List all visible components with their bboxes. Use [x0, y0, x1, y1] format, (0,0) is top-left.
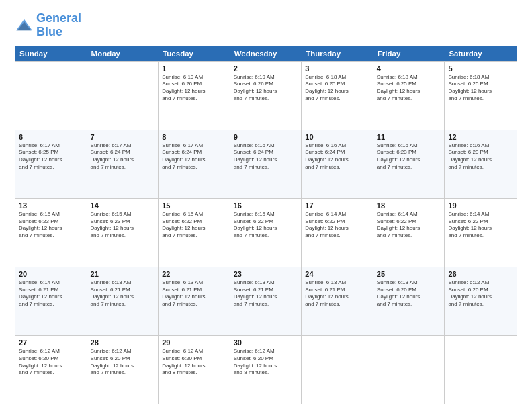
- header-day-friday: Friday: [373, 46, 445, 61]
- day-info: Sunrise: 6:18 AM Sunset: 6:25 PM Dayligh…: [305, 74, 369, 103]
- day-info: Sunrise: 6:19 AM Sunset: 6:26 PM Dayligh…: [234, 74, 298, 103]
- day-info: Sunrise: 6:17 AM Sunset: 6:24 PM Dayligh…: [91, 142, 155, 171]
- calendar-cell: 28Sunrise: 6:12 AM Sunset: 6:20 PM Dayli…: [87, 336, 159, 404]
- calendar-cell: 30Sunrise: 6:12 AM Sunset: 6:20 PM Dayli…: [230, 336, 302, 404]
- calendar-cell: 6Sunrise: 6:17 AM Sunset: 6:25 PM Daylig…: [15, 130, 87, 198]
- calendar-week-2: 13Sunrise: 6:15 AM Sunset: 6:23 PM Dayli…: [15, 198, 517, 267]
- day-info: Sunrise: 6:16 AM Sunset: 6:24 PM Dayligh…: [234, 142, 298, 171]
- day-number: 3: [305, 64, 369, 73]
- calendar-cell: 3Sunrise: 6:18 AM Sunset: 6:25 PM Daylig…: [302, 62, 373, 130]
- day-number: 15: [162, 201, 226, 210]
- header-day-wednesday: Wednesday: [230, 46, 302, 61]
- calendar-week-1: 6Sunrise: 6:17 AM Sunset: 6:25 PM Daylig…: [15, 130, 517, 198]
- day-number: 1: [162, 64, 226, 73]
- day-number: 20: [19, 270, 83, 278]
- day-number: 26: [448, 270, 513, 278]
- header-day-thursday: Thursday: [302, 46, 373, 61]
- calendar-cell: 12Sunrise: 6:16 AM Sunset: 6:23 PM Dayli…: [445, 130, 517, 198]
- day-info: Sunrise: 6:12 AM Sunset: 6:20 PM Dayligh…: [162, 348, 226, 377]
- calendar-cell: 2Sunrise: 6:19 AM Sunset: 6:26 PM Daylig…: [230, 62, 302, 130]
- day-info: Sunrise: 6:16 AM Sunset: 6:24 PM Dayligh…: [305, 142, 369, 171]
- calendar-cell: 23Sunrise: 6:13 AM Sunset: 6:21 PM Dayli…: [230, 267, 302, 335]
- day-number: 10: [305, 133, 369, 141]
- calendar-cell: 19Sunrise: 6:14 AM Sunset: 6:22 PM Dayli…: [445, 199, 517, 267]
- day-number: 19: [448, 201, 513, 210]
- day-info: Sunrise: 6:18 AM Sunset: 6:25 PM Dayligh…: [448, 74, 513, 103]
- day-info: Sunrise: 6:13 AM Sunset: 6:21 PM Dayligh…: [162, 279, 226, 308]
- day-number: 29: [162, 338, 226, 347]
- header-day-saturday: Saturday: [445, 46, 517, 61]
- calendar-cell: 21Sunrise: 6:13 AM Sunset: 6:21 PM Dayli…: [87, 267, 159, 335]
- day-number: 5: [448, 64, 513, 73]
- calendar-cell: 22Sunrise: 6:13 AM Sunset: 6:21 PM Dayli…: [159, 267, 230, 335]
- day-number: 22: [162, 270, 226, 278]
- day-info: Sunrise: 6:12 AM Sunset: 6:20 PM Dayligh…: [19, 348, 83, 377]
- day-number: 6: [19, 133, 83, 141]
- day-info: Sunrise: 6:13 AM Sunset: 6:20 PM Dayligh…: [377, 279, 441, 308]
- day-info: Sunrise: 6:14 AM Sunset: 6:21 PM Dayligh…: [19, 279, 83, 308]
- calendar-cell: 26Sunrise: 6:12 AM Sunset: 6:20 PM Dayli…: [445, 267, 517, 335]
- day-info: Sunrise: 6:15 AM Sunset: 6:23 PM Dayligh…: [91, 211, 155, 240]
- day-info: Sunrise: 6:15 AM Sunset: 6:23 PM Dayligh…: [19, 211, 83, 240]
- calendar-week-4: 27Sunrise: 6:12 AM Sunset: 6:20 PM Dayli…: [15, 335, 517, 404]
- calendar-cell: 4Sunrise: 6:18 AM Sunset: 6:25 PM Daylig…: [373, 62, 445, 130]
- calendar-cell: [373, 336, 445, 404]
- calendar-cell: 5Sunrise: 6:18 AM Sunset: 6:25 PM Daylig…: [445, 62, 517, 130]
- calendar-cell: 9Sunrise: 6:16 AM Sunset: 6:24 PM Daylig…: [230, 130, 302, 198]
- day-info: Sunrise: 6:15 AM Sunset: 6:22 PM Dayligh…: [162, 211, 226, 240]
- calendar-cell: 27Sunrise: 6:12 AM Sunset: 6:20 PM Dayli…: [15, 336, 87, 404]
- day-number: 12: [448, 133, 513, 141]
- calendar-cell: [87, 62, 159, 130]
- day-number: 23: [234, 270, 298, 278]
- calendar-cell: [15, 62, 87, 130]
- day-number: 13: [19, 201, 83, 210]
- day-info: Sunrise: 6:15 AM Sunset: 6:22 PM Dayligh…: [234, 211, 298, 240]
- calendar-cell: 13Sunrise: 6:15 AM Sunset: 6:23 PM Dayli…: [15, 199, 87, 267]
- calendar-cell: [445, 336, 517, 404]
- day-info: Sunrise: 6:12 AM Sunset: 6:20 PM Dayligh…: [91, 348, 155, 377]
- calendar-body: 1Sunrise: 6:19 AM Sunset: 6:26 PM Daylig…: [15, 61, 517, 404]
- day-info: Sunrise: 6:14 AM Sunset: 6:22 PM Dayligh…: [448, 211, 513, 240]
- calendar-cell: [302, 336, 373, 404]
- calendar-header: SundayMondayTuesdayWednesdayThursdayFrid…: [15, 46, 517, 61]
- day-number: 9: [234, 133, 298, 141]
- calendar-cell: 11Sunrise: 6:16 AM Sunset: 6:23 PM Dayli…: [373, 130, 445, 198]
- day-number: 8: [162, 133, 226, 141]
- day-info: Sunrise: 6:18 AM Sunset: 6:25 PM Dayligh…: [377, 74, 441, 103]
- calendar-cell: 14Sunrise: 6:15 AM Sunset: 6:23 PM Dayli…: [87, 199, 159, 267]
- day-number: 27: [19, 338, 83, 347]
- calendar-cell: 17Sunrise: 6:14 AM Sunset: 6:22 PM Dayli…: [302, 199, 373, 267]
- day-info: Sunrise: 6:14 AM Sunset: 6:22 PM Dayligh…: [377, 211, 441, 240]
- day-number: 30: [234, 338, 298, 347]
- day-number: 17: [305, 201, 369, 210]
- day-info: Sunrise: 6:17 AM Sunset: 6:24 PM Dayligh…: [162, 142, 226, 171]
- day-info: Sunrise: 6:17 AM Sunset: 6:25 PM Dayligh…: [19, 142, 83, 171]
- calendar-cell: 15Sunrise: 6:15 AM Sunset: 6:22 PM Dayli…: [159, 199, 230, 267]
- page: General Blue SundayMondayTuesdayWednesda…: [0, 0, 532, 411]
- calendar-cell: 25Sunrise: 6:13 AM Sunset: 6:20 PM Dayli…: [373, 267, 445, 335]
- calendar-cell: 24Sunrise: 6:13 AM Sunset: 6:21 PM Dayli…: [302, 267, 373, 335]
- day-number: 25: [377, 270, 441, 278]
- calendar: SundayMondayTuesdayWednesdayThursdayFrid…: [15, 46, 517, 404]
- day-info: Sunrise: 6:16 AM Sunset: 6:23 PM Dayligh…: [448, 142, 513, 171]
- day-info: Sunrise: 6:12 AM Sunset: 6:20 PM Dayligh…: [234, 348, 298, 377]
- day-info: Sunrise: 6:13 AM Sunset: 6:21 PM Dayligh…: [305, 279, 369, 308]
- header-day-tuesday: Tuesday: [159, 46, 230, 61]
- day-number: 7: [91, 133, 155, 141]
- day-number: 14: [91, 201, 155, 210]
- day-info: Sunrise: 6:12 AM Sunset: 6:20 PM Dayligh…: [448, 279, 513, 308]
- day-number: 28: [91, 338, 155, 347]
- calendar-cell: 20Sunrise: 6:14 AM Sunset: 6:21 PM Dayli…: [15, 267, 87, 335]
- header-day-monday: Monday: [87, 46, 159, 61]
- day-number: 16: [234, 201, 298, 210]
- day-info: Sunrise: 6:14 AM Sunset: 6:22 PM Dayligh…: [305, 211, 369, 240]
- day-info: Sunrise: 6:13 AM Sunset: 6:21 PM Dayligh…: [234, 279, 298, 308]
- day-number: 21: [91, 270, 155, 278]
- day-info: Sunrise: 6:13 AM Sunset: 6:21 PM Dayligh…: [91, 279, 155, 308]
- day-number: 24: [305, 270, 369, 278]
- calendar-cell: 29Sunrise: 6:12 AM Sunset: 6:20 PM Dayli…: [159, 336, 230, 404]
- day-number: 2: [234, 64, 298, 73]
- calendar-cell: 7Sunrise: 6:17 AM Sunset: 6:24 PM Daylig…: [87, 130, 159, 198]
- logo-icon: [15, 18, 34, 33]
- logo: General Blue: [15, 12, 81, 39]
